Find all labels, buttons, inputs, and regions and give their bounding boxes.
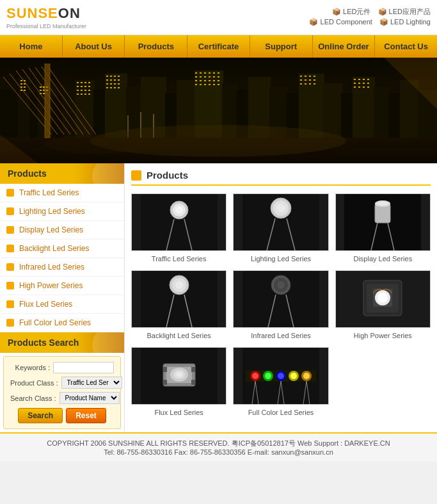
svg-rect-53 — [77, 90, 79, 91]
sidebar-item-icon — [6, 189, 14, 197]
sidebar-item-full-color[interactable]: Full Color Led Series — [0, 314, 124, 332]
svg-rect-85 — [204, 76, 206, 77]
product-item-display[interactable]: Display Led Series — [335, 193, 431, 264]
svg-rect-52 — [88, 86, 90, 87]
svg-rect-69 — [106, 83, 108, 85]
svg-rect-59 — [84, 93, 86, 95]
logo: SUNSEON — [6, 5, 86, 22]
search-class-row: Search Class : Product Name Product Code — [10, 392, 114, 404]
product-label-flux: Flux Led Series — [131, 407, 226, 418]
search-button[interactable]: Search — [18, 408, 63, 423]
search-class-select[interactable]: Product Name Product Code — [60, 392, 120, 404]
nav-online-order[interactable]: Online Order — [313, 35, 376, 58]
products-grid: Traffic Led Series Lighting Led Series — [131, 193, 431, 418]
nav-certificate[interactable]: Certificate — [187, 35, 250, 58]
svg-rect-7 — [63, 86, 77, 138]
svg-point-168 — [277, 281, 285, 289]
svg-rect-111 — [309, 83, 311, 85]
sidebar-item-flux[interactable]: Flux Led Series — [0, 295, 124, 314]
svg-rect-74 — [110, 87, 112, 88]
svg-point-192 — [265, 373, 271, 379]
footer-line1: COPYRIGHT 2006 SUNSHINE ALL RIGHTS RESER… — [5, 439, 432, 448]
product-item-traffic[interactable]: Traffic Led Series — [131, 193, 226, 264]
sidebar-item-backlight[interactable]: Backlight Led Series — [0, 240, 124, 258]
sidebar-item-high-power[interactable]: High Power Series — [0, 277, 124, 295]
led-component-link[interactable]: 📦 LED Component — [309, 18, 372, 26]
nav-about[interactable]: About Us — [63, 35, 125, 58]
svg-rect-98 — [209, 84, 211, 85]
product-class-select[interactable]: Traffic Led Serie... Lighting Led Series… — [61, 377, 122, 389]
content-title-icon — [131, 170, 141, 181]
product-label-lighting: Lighting Led Series — [233, 254, 328, 264]
svg-rect-34 — [24, 86, 26, 88]
reset-button[interactable]: Reset — [66, 408, 106, 423]
svg-rect-61 — [106, 76, 108, 77]
svg-point-138 — [45, 134, 147, 154]
svg-rect-48 — [88, 82, 90, 83]
product-image-high-power — [335, 270, 431, 328]
search-buttons: Search Reset — [10, 408, 114, 423]
product-label-infrared: Infrared Led Series — [233, 330, 328, 341]
led-lighting-link[interactable]: 📦 LED Lighting — [379, 18, 431, 26]
page-header: SUNSEON Professional LED Manufacturer 📦 … — [0, 0, 437, 35]
svg-rect-55 — [84, 90, 86, 91]
svg-rect-9 — [93, 90, 106, 138]
product-image-display — [335, 193, 431, 251]
svg-rect-88 — [218, 76, 219, 77]
product-item-high-power[interactable]: High Power Series — [335, 270, 431, 341]
svg-rect-51 — [84, 86, 86, 87]
header-links: 📦 LED元件 📦 LED应用产品 📦 LED Component 📦 LED … — [304, 7, 431, 28]
search-class-label: Search Class : — [10, 394, 56, 402]
sidebar-item-lighting[interactable]: Lighting Led Series — [0, 202, 124, 221]
svg-rect-116 — [367, 79, 369, 80]
product-label-display: Display Led Series — [335, 254, 431, 264]
sidebar-item-infrared[interactable]: Infrared Led Series — [0, 258, 124, 277]
svg-rect-37 — [40, 86, 42, 88]
product-class-label: Product Class : — [10, 379, 58, 387]
svg-rect-56 — [88, 90, 90, 91]
svg-point-194 — [278, 373, 284, 379]
svg-point-156 — [377, 202, 388, 206]
sidebar-item-icon — [6, 245, 14, 252]
sidebar-item-display[interactable]: Display Led Series — [0, 221, 124, 240]
svg-rect-93 — [213, 80, 215, 81]
product-item-flux[interactable]: Flux Led Series — [131, 347, 226, 418]
svg-rect-71 — [114, 83, 116, 85]
svg-rect-113 — [354, 79, 356, 80]
svg-rect-112 — [314, 83, 315, 85]
sidebar-item-traffic[interactable]: Traffic Led Series — [0, 184, 124, 202]
nav-home[interactable]: Home — [0, 35, 63, 58]
nav-contact[interactable]: Contact Us — [375, 35, 437, 58]
product-image-flux — [131, 347, 226, 405]
svg-rect-80 — [209, 72, 211, 74]
svg-rect-124 — [367, 86, 369, 88]
svg-rect-54 — [81, 90, 83, 91]
product-item-infrared[interactable]: Infrared Led Series — [233, 270, 328, 341]
nav-products[interactable]: Products — [125, 35, 187, 58]
svg-rect-10 — [105, 74, 127, 138]
keywords-row: Keywords : — [10, 362, 114, 373]
sidebar-products-title: Products — [0, 163, 124, 184]
svg-point-162 — [175, 281, 183, 289]
svg-rect-96 — [200, 84, 202, 85]
svg-rect-183 — [163, 367, 167, 372]
product-item-full-color[interactable]: Full Color Led Series — [233, 347, 328, 418]
svg-rect-63 — [114, 76, 116, 77]
svg-point-176 — [377, 293, 388, 303]
svg-rect-24 — [353, 77, 375, 138]
svg-rect-83 — [195, 76, 197, 77]
svg-point-144 — [175, 206, 183, 214]
svg-rect-65 — [106, 79, 108, 81]
led-application-icon-link[interactable]: 📦 LED应用产品 — [378, 8, 431, 15]
keywords-input[interactable] — [53, 362, 114, 373]
svg-rect-99 — [213, 84, 215, 85]
product-image-backlight — [131, 270, 226, 328]
led-component-icon-link[interactable]: 📦 LED元件 — [332, 8, 370, 15]
svg-rect-40 — [40, 90, 42, 91]
svg-point-190 — [252, 373, 258, 379]
svg-rect-87 — [213, 76, 215, 77]
product-item-backlight[interactable]: Backlight Led Series — [131, 270, 226, 341]
svg-rect-107 — [309, 79, 311, 81]
product-item-lighting[interactable]: Lighting Led Series — [233, 193, 328, 264]
nav-support[interactable]: Support — [250, 35, 313, 58]
